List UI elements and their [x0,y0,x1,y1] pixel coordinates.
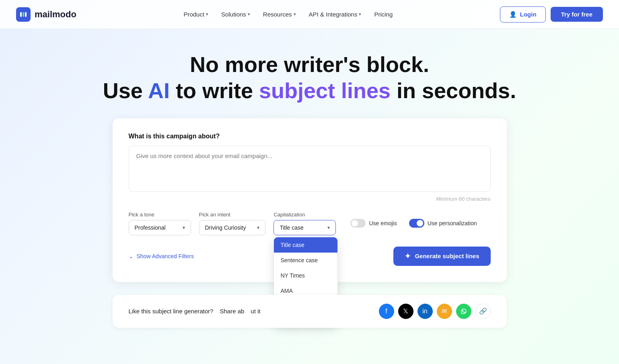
nav-links: Product ▾ Solutions ▾ Resources ▾ API & … [178,8,398,21]
emojis-toggle-group: Use emojis [350,219,397,228]
tone-group: Pick a tone Professional ▾ [129,212,191,235]
chevron-down-icon: ▾ [183,225,185,230]
logo[interactable]: mailmodo [16,7,76,22]
intent-select-wrapper: Driving Curiosity ▾ [199,220,266,235]
toggle-knob [417,220,423,226]
share-prompt: Share ab [220,308,244,315]
nav-item-product[interactable]: Product ▾ [178,8,214,21]
share-linkedin-button[interactable]: in [417,304,433,319]
share-whatsapp-button[interactable] [456,304,471,319]
svg-rect-3 [25,12,27,17]
personalization-toggle[interactable] [409,219,424,228]
controls-row: Pick a tone Professional ▾ Pick an inten… [129,212,491,235]
login-button[interactable]: 👤 Login [500,6,546,23]
campaign-label: What is this campaign about? [129,133,491,140]
cap-select-button[interactable]: Title case ▾ [274,220,336,235]
tone-label: Pick a tone [129,212,191,218]
nav-right: 👤 Login Try for free [500,6,603,23]
tone-select-wrapper: Professional ▾ [129,220,191,235]
sparkle-icon: ✦ [405,252,411,261]
share-link-button[interactable]: 🔗 [475,304,491,319]
chevron-down-icon: ▾ [359,12,361,17]
campaign-textarea[interactable] [129,146,491,192]
svg-rect-2 [23,12,24,17]
main-card: What is this campaign about? Minimum 60 … [113,118,507,282]
intent-group: Pick an intent Driving Curiosity ▾ [199,212,266,235]
share-twitter-button[interactable]: 𝕏 [398,304,413,319]
navbar: mailmodo Product ▾ Solutions ▾ Resources… [0,0,619,29]
show-filters-button[interactable]: ⌄ Show Advanced Filters [129,253,194,259]
user-icon: 👤 [509,11,517,18]
personalization-toggle-group: Use personalization [409,219,477,228]
emojis-toggle[interactable] [350,219,366,228]
intent-label: Pick an intent [199,212,266,218]
chevron-down-icon: ▾ [257,225,259,230]
cap-option-sentence-case[interactable]: Sentence case [274,253,337,268]
toggle-knob [352,220,358,226]
personalization-toggle-label: Use personalization [428,220,477,226]
share-facebook-button[interactable]: f [379,304,394,319]
like-text: Like this subject line generator? [129,308,214,315]
cap-select-wrapper: Title case ▾ Title case Sentence case NY… [274,220,336,235]
chevron-down-icon: ▾ [206,12,208,17]
chevron-down-icon: ▾ [294,12,296,17]
chevron-down-icon: ⌄ [129,253,134,259]
emojis-toggle-label: Use emojis [369,220,397,226]
nav-item-api[interactable]: API & Integrations ▾ [303,8,367,21]
nav-item-resources[interactable]: Resources ▾ [257,8,302,21]
cap-label: Capitalization [274,212,336,218]
share-email-button[interactable]: ✉ [437,304,452,319]
hero-heading: No more writer's block. Use AI to write … [16,51,603,104]
like-bar: Like this subject line generator? Share … [113,295,507,328]
cap-option-title-case[interactable]: Title case [274,237,337,253]
nav-item-solutions[interactable]: Solutions ▾ [216,8,256,21]
hero-section: No more writer's block. Use AI to write … [0,29,619,118]
logo-icon [16,7,31,22]
intent-select-button[interactable]: Driving Curiosity ▾ [199,220,266,235]
tone-select-button[interactable]: Professional ▾ [129,220,191,235]
cap-group: Capitalization Title case ▾ Title case S… [274,212,336,235]
cap-option-ny-times[interactable]: NY Times [274,268,337,283]
chevron-down-icon: ▾ [327,225,330,230]
chevron-down-icon: ▾ [248,12,250,17]
share-icons: f 𝕏 in ✉ 🔗 [379,304,491,319]
svg-rect-1 [20,12,22,17]
nav-item-pricing[interactable]: Pricing [368,8,398,21]
char-hint: Minimum 60 characters [129,196,491,202]
logo-text: mailmodo [35,9,76,20]
try-for-free-button[interactable]: Try for free [551,7,603,22]
generate-button[interactable]: ✦ Generate subject lines [393,247,490,266]
